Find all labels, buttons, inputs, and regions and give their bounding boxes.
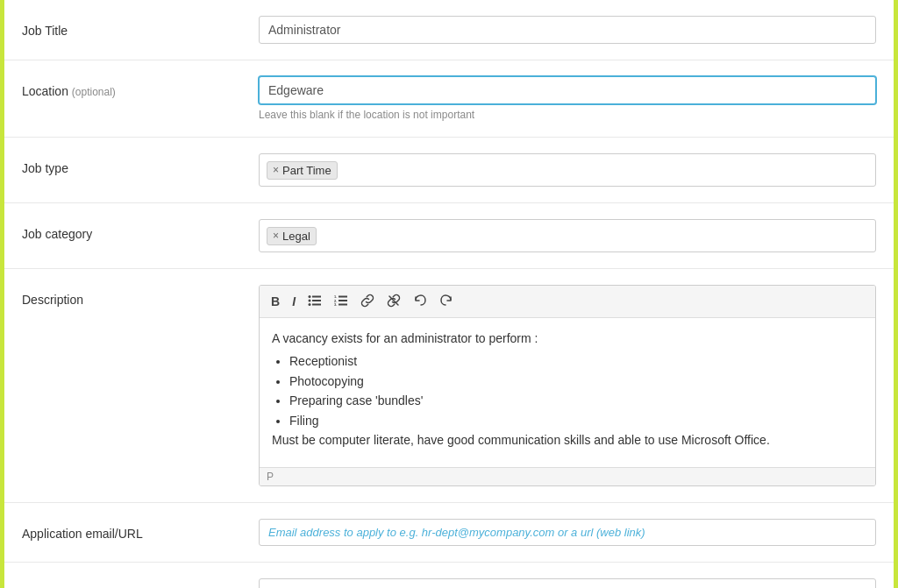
italic-button[interactable]: I [288,293,300,310]
svg-rect-1 [312,296,321,298]
redo-button[interactable] [435,291,458,312]
ordered-list-icon: 1. 2. 3. [334,294,348,307]
editor-bullet-filing: Filing [289,411,863,430]
salary-row: Salary (£) [4,563,894,588]
job-type-tag-container[interactable]: × Part Time [259,153,876,187]
job-category-field: × Legal [259,219,876,252]
undo-button[interactable] [409,291,431,312]
editor-outer: A vacancy exists for an administrator to… [260,318,875,467]
application-email-field [259,519,876,546]
svg-rect-7 [339,296,347,298]
bold-button[interactable]: B [267,293,284,310]
location-input[interactable] [259,76,876,104]
job-title-label: Job Title [22,16,259,40]
editor-bullet-photocopying: Photocopying [289,372,863,391]
description-field: B I 1. [259,285,876,486]
svg-point-4 [309,303,311,306]
description-editor: B I 1. [259,285,876,486]
job-type-tag-part-time: × Part Time [267,161,338,180]
job-category-tag-remove[interactable]: × [273,230,279,241]
editor-bullet-receptionist: Receptionist [289,351,863,371]
job-title-field [259,16,876,44]
unlink-button[interactable] [382,291,405,312]
unordered-list-button[interactable] [303,292,326,311]
editor-intro-text: A vacancy exists for an administrator to… [272,329,863,348]
job-type-tag-label: Part Time [282,164,331,177]
job-category-tag-label: Legal [282,230,310,243]
editor-scroll-area[interactable]: A vacancy exists for an administrator to… [260,318,875,467]
salary-input[interactable] [259,578,876,588]
editor-toolbar: B I 1. [260,286,875,318]
job-type-tag-remove[interactable]: × [273,165,279,175]
editor-content-area[interactable]: A vacancy exists for an administrator to… [260,318,875,467]
job-title-input[interactable] [259,16,876,44]
job-category-row: Job category × Legal [4,203,894,269]
link-button[interactable] [356,291,379,312]
location-row: Location (optional) Leave this blank if … [4,60,894,138]
svg-rect-11 [339,304,347,306]
form-container: Job Title Location (optional) Leave this… [0,0,898,588]
redo-icon [439,294,453,308]
application-email-row: Application email/URL [4,503,894,563]
salary-field [259,578,876,588]
location-label: Location (optional) [22,76,259,101]
svg-rect-5 [312,304,321,306]
location-optional: (optional) [72,86,116,98]
editor-bullet-list: Receptionist Photocopying Preparing case… [289,351,863,430]
description-row: Description B I [4,269,894,503]
editor-footer: P [260,467,875,485]
svg-text:3.: 3. [334,302,337,307]
location-hint: Leave this blank if the location is not … [259,109,876,121]
editor-bullet-bundles: Preparing case 'bundles' [289,391,863,410]
svg-point-0 [309,295,311,298]
unlink-icon [387,294,401,308]
editor-footer-text: Must be computer literate, have good com… [272,430,863,450]
salary-label: Salary (£) [22,578,259,588]
application-email-input[interactable] [259,519,876,546]
svg-rect-3 [312,300,321,301]
job-type-label: Job type [22,153,259,178]
ordered-list-button[interactable]: 1. 2. 3. [330,292,353,311]
job-type-row: Job type × Part Time [4,138,894,203]
application-email-label: Application email/URL [22,519,259,543]
location-field: Leave this blank if the location is not … [259,76,876,121]
svg-point-2 [309,300,311,302]
location-label-text: Location [22,84,68,98]
link-icon [360,294,374,308]
unordered-list-icon [308,294,322,307]
job-category-tag-legal: × Legal [267,227,317,245]
svg-rect-9 [339,300,347,301]
undo-icon [413,294,427,308]
svg-line-12 [389,296,398,305]
editor-paragraph-label: P [267,471,274,483]
job-type-field: × Part Time [259,153,876,187]
description-label: Description [22,285,259,309]
job-category-tag-container[interactable]: × Legal [259,219,876,252]
job-category-label: Job category [22,219,259,244]
job-title-row: Job Title [4,0,894,60]
